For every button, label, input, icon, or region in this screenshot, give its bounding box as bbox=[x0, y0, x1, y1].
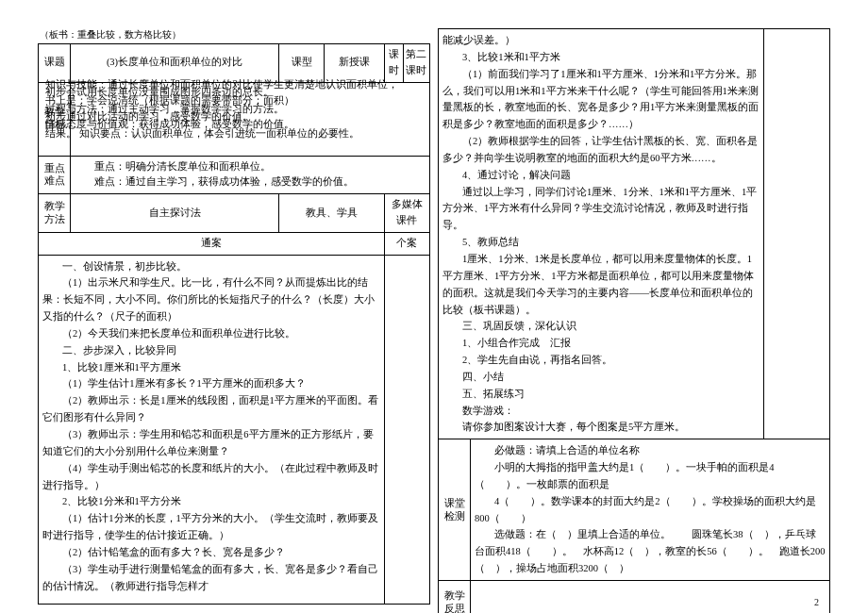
tool-label: 教具、学具 bbox=[279, 194, 385, 233]
content-line: 3、比较1米和1平方米 bbox=[442, 49, 760, 66]
content-line: 4、通过讨论，解决问题 bbox=[442, 167, 760, 184]
test-cell: 必做题：请填上合适的单位名称小明的大拇指的指甲盖大约是1（ ）。一块手帕的面积是… bbox=[471, 439, 830, 581]
content-line: （3）教师出示：学生用和铅芯和面积是6平方厘米的正方形纸片，要知道它们的大小分别… bbox=[42, 426, 380, 460]
content-line: 1厘米、1分米、1米是长度单位，都可以用来度量物体的长度。1平方厘米、1平方分米… bbox=[442, 251, 760, 318]
content-line: （1）估计1分米的长度，1平方分米的大小。（学生交流时，教师要及时进行指导，使学… bbox=[42, 510, 380, 544]
content-line: 能减少误差。） bbox=[442, 32, 760, 49]
keypoint-cell: 重点：明确分清长度单位和面积单位。 难点：通过自主学习，获得成功体验，感受数学的… bbox=[71, 156, 430, 194]
content-line: （2）今天我们来把长度单位和面积单位进行比较。 bbox=[42, 325, 380, 342]
content-line: （3）学生动手进行测量铅笔盒的面有多大，长、宽各是多少？看自己的估计情况。（教师… bbox=[42, 561, 380, 595]
test-line: 选做题：在（ ）里填上合适的单位。 圆珠笔长38（ ），乒乓球台面积418（ ）… bbox=[475, 526, 826, 577]
right-ga-empty bbox=[764, 29, 830, 439]
top-note: （板书：重叠比较，数方格比较） bbox=[38, 28, 430, 41]
page-number: 2 bbox=[814, 597, 819, 607]
content-line: 请你参加图案设计大赛，每个图案是5平方厘米。 bbox=[442, 419, 760, 436]
type-value: 新授课 bbox=[325, 44, 385, 83]
content-line: 1、比较1厘米和1平方厘米 bbox=[42, 359, 380, 376]
content-line: 数学游戏： bbox=[442, 403, 760, 420]
content-line: 四、小结 bbox=[442, 369, 760, 386]
left-ga-empty bbox=[384, 255, 429, 604]
header-ga: 个案 bbox=[384, 232, 429, 255]
test-line: 必做题：请填上合适的单位名称 bbox=[475, 442, 826, 459]
test-label: 课堂检测 bbox=[439, 439, 471, 581]
course-label: 课题 bbox=[39, 44, 71, 83]
content-line: 三、巩固反馈，深化认识 bbox=[442, 318, 760, 335]
keypoint-line2: 难点：通过自主学习，获得成功体验，感受数学的价值。 bbox=[75, 174, 426, 191]
content-line: 1、小组合作完成 汇报 bbox=[442, 335, 760, 352]
type-label: 课型 bbox=[279, 44, 325, 83]
goal-overlap-text: 知识与技能：通过长度单位和面积单位的对比使学生更清楚地认识面积单位， 初步会试用… bbox=[45, 77, 404, 141]
content-line: 二、步步深入，比较异同 bbox=[42, 342, 380, 359]
content-line: （2）估计铅笔盒的面有多大？长、宽各是多少？ bbox=[42, 544, 380, 561]
right-table: 能减少误差。）3、比较1米和1平方米（1）前面我们学习了1厘米和1平方厘米、1分… bbox=[438, 28, 830, 613]
content-line: （2）教师出示：长是1厘米的线段图，面积是1平方厘米的平面图。看它们图形有什么异… bbox=[42, 392, 380, 426]
keypoint-line1: 重点：明确分清长度单位和面积单位。 bbox=[75, 159, 426, 175]
content-line: （2）教师根据学生的回答，让学生估计黑板的长、宽、面积各是多少？并向学生说明教室… bbox=[442, 133, 760, 167]
content-line: （4）学生动手测出铅芯的长度和纸片的大小。（在此过程中教师及时进行指导。） bbox=[42, 460, 380, 494]
content-line: 2、学生先自由说，再指名回答。 bbox=[442, 352, 760, 369]
test-line: 小明的大拇指的指甲盖大约是1（ ）。一块手帕的面积是4（ ）。一枚邮票的面积是 bbox=[475, 459, 826, 493]
keypoint-label: 重点难点 bbox=[39, 156, 71, 194]
method-label: 教学方法 bbox=[39, 194, 71, 233]
content-line: 五、拓展练习 bbox=[442, 386, 760, 403]
reflect-label: 教学反思 bbox=[439, 581, 471, 614]
content-line: 2、比较1分米和1平方分米 bbox=[42, 493, 380, 510]
content-line: （1）前面我们学习了1厘米和1平方厘米、1分米和1平方分米。那么，我们可以用1米… bbox=[442, 66, 760, 133]
header-ta: 通案 bbox=[39, 232, 385, 255]
content-line: 一、创设情景，初步比较。 bbox=[42, 258, 380, 275]
method-value: 自主探讨法 bbox=[71, 194, 279, 233]
period-value: 第二课时 bbox=[403, 44, 429, 83]
right-content: 能减少误差。）3、比较1米和1平方米（1）前面我们学习了1厘米和1平方厘米、1分… bbox=[439, 29, 764, 439]
reflect-cell bbox=[471, 581, 830, 614]
content-line: （1）出示米尺和学生尺。比一比，有什么不同？从而提炼出比的结果：长短不同，大小不… bbox=[42, 274, 380, 325]
ov7: 结果。 知识要点：认识面积单位，体会引进统一面积单位的必要性。 bbox=[45, 126, 404, 141]
left-content: 一、创设情景，初步比较。（1）出示米尺和学生尺。比一比，有什么不同？从而提炼出比… bbox=[39, 255, 385, 604]
test-line: 4（ ）。数学课本的封面大约是2（ ）。学校操场的面积大约是800（ ） bbox=[475, 493, 826, 527]
period-label: 课时 bbox=[384, 44, 403, 83]
content-line: 5、教师总结 bbox=[442, 234, 760, 251]
course-value: (3)长度单位和面积单位的对比 bbox=[71, 44, 279, 83]
content-line: 通过以上学习，同学们讨论1厘米、1分米、1米和1平方厘米、1平方分米、1平方米有… bbox=[442, 184, 760, 235]
content-line: （1）学生估计1厘米有多长？1平方厘米的面积多大？ bbox=[42, 375, 380, 392]
tool-value: 多媒体课件 bbox=[384, 194, 429, 233]
